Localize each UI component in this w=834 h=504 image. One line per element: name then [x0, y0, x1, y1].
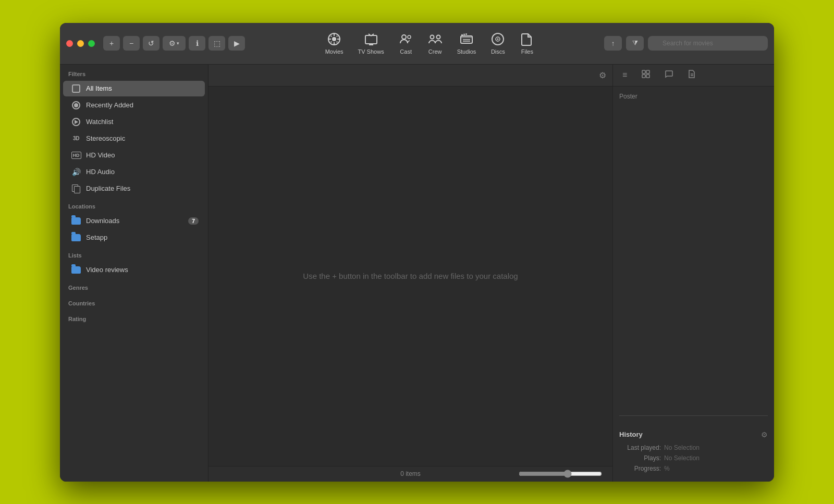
genres-header[interactable]: Genres	[60, 278, 208, 294]
nav-movies-label: Movies	[325, 48, 344, 55]
discs-icon	[490, 32, 505, 46]
zoom-slider[interactable]	[519, 470, 602, 478]
search-wrapper: 🔍	[648, 36, 768, 51]
tab-chat-view[interactable]	[661, 68, 676, 82]
image-button[interactable]: ⬚	[208, 36, 225, 51]
sidebar-item-recently-added[interactable]: Recently Added	[63, 97, 205, 113]
center-panel: ⚙ Use the + button in the toolbar to add…	[208, 65, 612, 482]
sidebar-item-all-items[interactable]: All Items	[63, 81, 205, 96]
svg-point-17	[436, 35, 440, 39]
nav-cast[interactable]: Cast	[399, 32, 413, 55]
hd-audio-label: HD Audio	[86, 168, 115, 176]
svg-point-20	[461, 34, 463, 36]
nav-cast-label: Cast	[400, 48, 412, 55]
history-gear-icon[interactable]: ⚙	[761, 431, 768, 439]
svg-rect-6	[330, 35, 332, 37]
filters-header: Filters	[60, 65, 208, 80]
add-button[interactable]: +	[103, 36, 120, 51]
nav-icons: Movies TV Shows Ca	[255, 32, 604, 55]
sidebar-item-duplicate-files[interactable]: Duplicate Files	[63, 181, 205, 196]
center-settings-icon[interactable]: ⚙	[599, 70, 606, 80]
recently-added-icon	[71, 101, 81, 110]
duplicate-files-icon	[71, 184, 81, 193]
video-reviews-icon	[71, 265, 81, 275]
studios-icon	[459, 32, 474, 46]
countries-header[interactable]: Countries	[60, 294, 208, 310]
close-button[interactable]	[66, 40, 73, 47]
watchlist-icon	[71, 117, 81, 127]
svg-point-27	[497, 39, 499, 40]
nav-movies[interactable]: Movies	[325, 32, 344, 55]
tvshows-icon	[364, 32, 378, 46]
maximize-button[interactable]	[88, 40, 95, 47]
downloads-folder-icon	[71, 216, 81, 226]
center-toolbar: ⚙	[208, 65, 612, 87]
stereoscopic-label: Stereoscopic	[86, 134, 125, 142]
window-controls	[66, 40, 95, 47]
gear-button[interactable]: ⚙ ▾	[163, 36, 186, 51]
tab-list-view[interactable]: ≡	[619, 68, 630, 82]
lists-header[interactable]: Lists	[60, 246, 208, 262]
svg-rect-5	[334, 42, 335, 44]
sidebar-item-setapp[interactable]: Setapp	[63, 230, 205, 245]
nav-studios[interactable]: Studios	[457, 32, 476, 55]
sidebar-item-watchlist[interactable]: Watchlist	[63, 114, 205, 130]
setapp-label: Setapp	[86, 233, 107, 241]
rating-header[interactable]: Rating	[60, 310, 208, 325]
video-reviews-label: Video reviews	[86, 266, 128, 274]
play-button[interactable]: ▶	[228, 36, 245, 51]
nav-crew[interactable]: Crew	[428, 32, 443, 55]
history-header: History ⚙	[619, 431, 768, 439]
nav-discs[interactable]: Discs	[490, 32, 505, 55]
item-count: 0 items	[400, 470, 421, 477]
chevron-down-icon: ▾	[177, 41, 179, 46]
cast-icon	[399, 32, 413, 46]
right-panel-tabs: ≡	[613, 65, 774, 87]
sidebar-item-hd-audio[interactable]: 🔊 HD Audio	[63, 164, 205, 180]
svg-point-14	[402, 35, 406, 39]
svg-rect-3	[337, 39, 339, 40]
svg-rect-28	[642, 70, 645, 73]
search-input[interactable]	[648, 36, 768, 51]
empty-state-text: Use the + button in the toolbar to add n…	[303, 272, 518, 280]
all-items-label: All Items	[86, 84, 112, 92]
info-button[interactable]: ℹ	[189, 36, 205, 51]
nav-crew-label: Crew	[428, 48, 442, 55]
svg-rect-7	[336, 35, 338, 37]
svg-point-1	[332, 37, 336, 41]
svg-rect-8	[330, 41, 332, 43]
all-items-icon	[71, 84, 81, 93]
divider	[619, 415, 768, 416]
svg-point-21	[463, 34, 465, 35]
history-row-last-played: Last played: No Selection	[619, 444, 768, 451]
share-button[interactable]: ↑	[604, 36, 622, 51]
tab-doc-view[interactable]	[684, 68, 699, 82]
last-played-value: No Selection	[664, 444, 700, 451]
filter-button[interactable]: ⧩	[626, 36, 644, 51]
plays-key: Plays:	[619, 454, 661, 462]
refresh-button[interactable]: ↺	[143, 36, 160, 51]
sidebar-item-hd-video[interactable]: HD HD Video	[63, 147, 205, 163]
hd-audio-icon: 🔊	[71, 167, 81, 177]
zoom-slider-container	[519, 470, 602, 478]
svg-rect-30	[642, 75, 645, 78]
nav-tvshows[interactable]: TV Shows	[358, 32, 384, 55]
nav-files[interactable]: Files	[520, 32, 534, 55]
empty-state: Use the + button in the toolbar to add n…	[208, 87, 612, 466]
app-window: + − ↺ ⚙ ▾ ℹ ⬚ ▶	[60, 23, 774, 482]
downloads-label: Downloads	[86, 217, 119, 225]
tab-grid-view[interactable]	[639, 68, 653, 82]
recently-added-label: Recently Added	[86, 101, 133, 109]
sidebar-item-stereoscopic[interactable]: 3D Stereoscopic	[63, 131, 205, 146]
sidebar-item-video-reviews[interactable]: Video reviews	[63, 262, 205, 278]
svg-rect-2	[329, 39, 331, 40]
right-panel: ≡	[612, 65, 774, 482]
svg-rect-9	[336, 41, 338, 43]
svg-rect-10	[365, 35, 377, 44]
minimize-button[interactable]	[77, 40, 84, 47]
sidebar-item-downloads[interactable]: Downloads 7	[63, 213, 205, 229]
duplicate-files-label: Duplicate Files	[86, 185, 130, 192]
minus-button[interactable]: −	[123, 36, 140, 51]
locations-header[interactable]: Locations	[60, 197, 208, 213]
history-section: History ⚙ Last played: No Selection Play…	[613, 426, 774, 482]
